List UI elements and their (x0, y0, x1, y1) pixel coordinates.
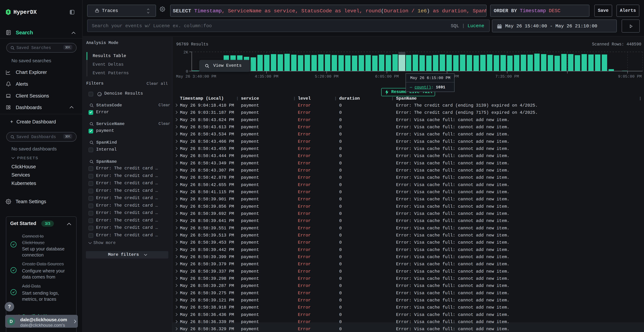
svg-text:5:20:00 PM: 5:20:00 PM (315, 74, 338, 79)
svg-text:May 26 3:40:00 PM: May 26 3:40:00 PM (176, 74, 216, 79)
svg-text:4:35:00 PM: 4:35:00 PM (255, 74, 278, 79)
svg-text:0: 0 (186, 70, 188, 74)
svg-text:6:05:00 PM: 6:05:00 PM (375, 74, 399, 79)
svg-text:9:05:00 PM: 9:05:00 PM (618, 74, 642, 79)
svg-text:2K: 2K (184, 50, 188, 55)
svg-text:7:35:00 PM: 7:35:00 PM (495, 74, 519, 79)
